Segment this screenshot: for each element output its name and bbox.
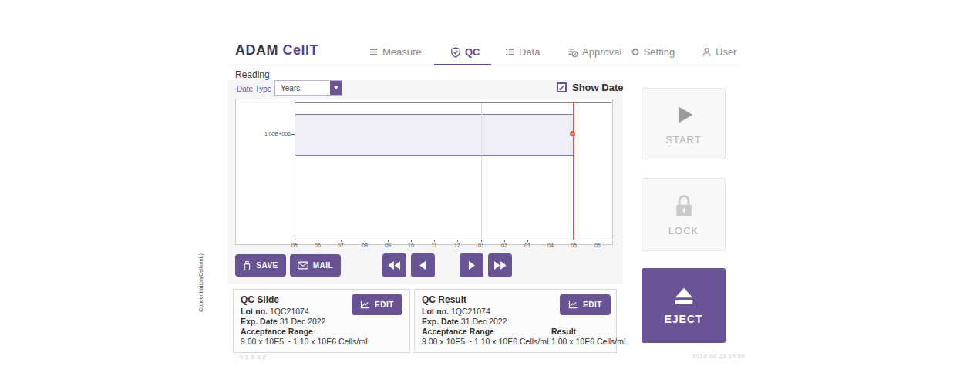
show-date-control: ✓ Show Date xyxy=(557,82,623,93)
acceptance-range-label: Acceptance Range xyxy=(422,327,494,336)
exp-label: Exp. Date xyxy=(241,317,278,326)
exp-label: Exp. Date xyxy=(422,317,459,326)
tab-data-label: Data xyxy=(519,46,540,58)
tab-setting[interactable]: ⚙ Setting xyxy=(631,46,675,58)
tab-user[interactable]: User xyxy=(702,46,736,58)
lot-label: Lot no. xyxy=(241,307,268,316)
x-axis-tick-label: 09 xyxy=(379,243,396,248)
dropdown-arrow-button[interactable] xyxy=(330,81,342,95)
approval-list-icon xyxy=(567,47,578,58)
start-button[interactable]: START xyxy=(642,88,726,159)
left-arrow-icon xyxy=(418,260,428,271)
edit-button-label: EDIT xyxy=(583,300,602,309)
app-version: V.1.0.0.2 xyxy=(239,354,267,361)
current-date-line xyxy=(573,102,574,240)
qc-result-edit-button[interactable]: EDIT xyxy=(560,294,611,315)
bullet-list-icon xyxy=(505,47,515,57)
lot-value: 1QC21074 xyxy=(270,307,309,316)
save-button-label: SAVE xyxy=(256,261,278,270)
edit-button-label: EDIT xyxy=(375,300,394,309)
brand-primary: ADAM xyxy=(235,42,283,58)
qc-result-title: QC Result xyxy=(422,294,466,305)
lot-value: 1QC21074 xyxy=(451,307,490,316)
exp-date-row: Exp. Date31 Dec 2022 xyxy=(241,317,325,326)
x-axis-tick-label: 11 xyxy=(426,243,443,248)
x-axis-tick-label: 06 xyxy=(589,243,606,248)
y-axis-tick-label: 1.00E+006 xyxy=(236,131,291,136)
date-type-dropdown[interactable]: Years xyxy=(274,80,342,96)
exp-date-row: Exp. Date31 Dec 2022 xyxy=(422,317,507,326)
tab-user-label: User xyxy=(716,46,736,58)
x-axis-tick-label: 05 xyxy=(286,243,303,248)
lot-number-row: Lot no.1QC21074 xyxy=(422,307,490,316)
chart-edit-icon xyxy=(568,300,578,309)
list-icon xyxy=(369,47,379,57)
qc-trend-chart: 1.00E+006 Concentration(Cells/mL) 05 06 … xyxy=(235,99,613,245)
lock-button-label: LOCK xyxy=(668,225,699,237)
eject-button-label: EJECT xyxy=(664,313,702,325)
double-left-arrow-icon xyxy=(387,260,402,271)
gear-icon: ⚙ xyxy=(631,47,640,57)
save-button[interactable]: SAVE xyxy=(235,254,286,277)
lot-label: Lot no. xyxy=(422,307,449,316)
year-gridline xyxy=(481,103,482,240)
mail-button[interactable]: MAIL xyxy=(290,254,341,277)
tab-qc[interactable]: QC xyxy=(450,46,480,58)
system-timestamp: 2018-08-23 14:58 xyxy=(692,353,745,360)
shield-check-icon xyxy=(450,47,461,58)
date-type-label: Date Type xyxy=(237,85,271,93)
tab-setting-label: Setting xyxy=(644,46,675,58)
lot-number-row: Lot no.1QC21074 xyxy=(241,307,309,316)
date-type-selected-value: Years xyxy=(275,84,330,92)
acceptance-range-band xyxy=(295,114,574,156)
tab-qc-label: QC xyxy=(465,46,480,58)
acceptance-range-label: Acceptance Range xyxy=(241,327,313,336)
start-button-label: START xyxy=(665,134,701,146)
result-label: Result xyxy=(551,327,576,336)
tab-measure-label: Measure xyxy=(382,46,422,58)
x-axis-tick-label: 12 xyxy=(449,243,466,248)
plot-top-border xyxy=(295,102,611,103)
play-icon xyxy=(671,102,697,128)
active-tab-underline xyxy=(434,64,491,65)
fast-forward-button[interactable] xyxy=(488,253,512,277)
x-axis-tick-label: 06 xyxy=(309,243,326,248)
show-date-checkbox[interactable]: ✓ xyxy=(557,82,567,92)
x-axis-tick-label: 01 xyxy=(473,243,490,248)
app-logo: ADAM CellT xyxy=(235,42,318,59)
forward-button[interactable] xyxy=(460,253,483,277)
x-axis-tick-label: 10 xyxy=(402,243,419,248)
mail-icon xyxy=(298,261,308,270)
tab-measure[interactable]: Measure xyxy=(369,46,422,58)
result-value: 1.00 x 10E6 Cells/mL xyxy=(551,337,628,346)
section-title-reading: Reading xyxy=(235,69,270,80)
y-axis xyxy=(295,102,295,240)
chevron-down-icon xyxy=(334,86,338,89)
eject-icon xyxy=(672,287,695,307)
x-axis-tick-label: 05 xyxy=(565,243,582,248)
eject-button[interactable]: EJECT xyxy=(642,268,726,343)
qc-slide-title: QC Slide xyxy=(241,294,279,305)
y-axis-tick-mark xyxy=(291,134,295,135)
chart-edit-icon xyxy=(360,300,370,309)
double-right-arrow-icon xyxy=(493,260,507,271)
exp-value: 31 Dec 2022 xyxy=(280,317,326,326)
fast-backward-button[interactable] xyxy=(382,253,406,277)
right-arrow-icon xyxy=(466,260,477,271)
usb-drive-icon xyxy=(243,260,251,271)
x-axis-tick-label: 03 xyxy=(519,243,536,248)
qc-result-marker xyxy=(570,131,575,136)
x-axis-tick-label: 02 xyxy=(496,243,513,248)
lock-button[interactable]: LOCK xyxy=(642,178,726,251)
acceptance-range-value: 9.00 x 10E5 ~ 1.10 x 10E6 Cells/mL xyxy=(241,337,370,346)
app-window: ADAM CellT Measure QC Data Approval ⚙ Se… xyxy=(0,0,980,386)
qc-slide-panel: QC Slide EDIT Lot no.1QC21074 Exp. Date3… xyxy=(233,289,410,353)
acceptance-range-value: 9.00 x 10E5 ~ 1.10 x 10E6 Cells/mL xyxy=(422,337,551,346)
qc-slide-edit-button[interactable]: EDIT xyxy=(352,294,402,315)
tab-approval[interactable]: Approval xyxy=(567,46,621,58)
x-axis-tick-label: 04 xyxy=(542,243,559,248)
tab-approval-label: Approval xyxy=(582,46,621,58)
y-axis-title: Concentration(Cells/mL) xyxy=(198,225,204,341)
tab-data[interactable]: Data xyxy=(505,46,540,58)
backward-button[interactable] xyxy=(411,253,435,277)
